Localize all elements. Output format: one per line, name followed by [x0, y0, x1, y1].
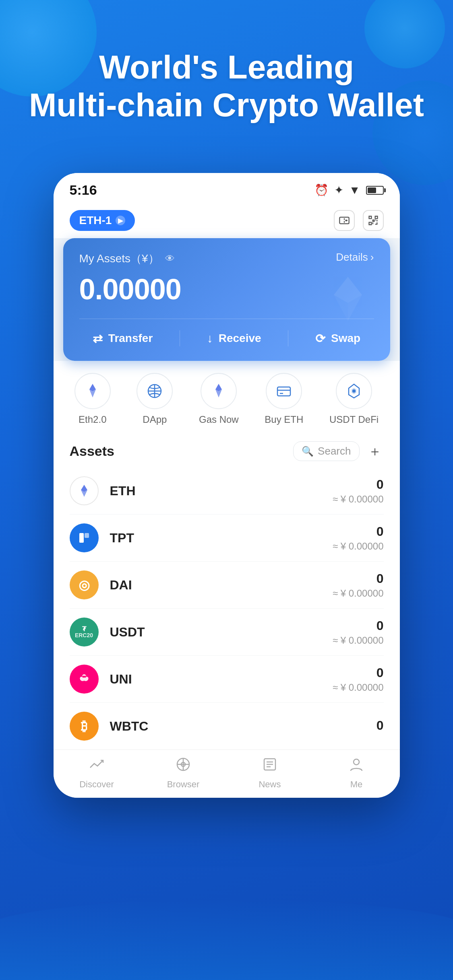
news-icon: [262, 756, 278, 776]
hero-title-line1: World's Leading: [24, 48, 429, 86]
usdt-defi-label: USDT DeFi: [329, 414, 379, 425]
eth-watermark-diamond: [322, 273, 374, 327]
usdt-defi-icon-circle: [336, 373, 372, 409]
details-link[interactable]: Details ›: [336, 251, 374, 264]
asset-row-wbtc[interactable]: ₿ WBTC 0: [70, 703, 384, 749]
tpt-fiat: ≈ ¥ 0.00000: [333, 541, 384, 552]
receive-button[interactable]: ↓ Receive: [207, 331, 261, 345]
asset-row-uni[interactable]: UNI 0 ≈ ¥ 0.00000: [70, 656, 384, 703]
search-placeholder: Search: [318, 445, 351, 457]
eth2-label: Eth2.0: [79, 414, 106, 425]
news-label: News: [259, 779, 281, 790]
quick-action-buyeth[interactable]: Buy ETH: [265, 373, 303, 425]
details-arrow-icon: ›: [370, 251, 374, 264]
svg-point-1: [345, 220, 346, 221]
status-time: 5:16: [70, 182, 97, 198]
asset-label-text: My Assets（¥）: [79, 251, 159, 266]
asset-row-usdt[interactable]: ₮ ERC20 USDT 0 ≈ ¥ 0.00000: [70, 609, 384, 656]
usdt-name: USDT: [110, 625, 333, 640]
tpt-values: 0 ≈ ¥ 0.00000: [333, 524, 384, 552]
swap-label: Swap: [331, 332, 360, 345]
wbtc-name: WBTC: [110, 719, 376, 734]
scan-button[interactable]: [363, 210, 384, 231]
browser-label: Browser: [167, 779, 200, 790]
assets-header: Assets 🔍 Search ＋: [70, 441, 384, 461]
gas-label: Gas Now: [199, 414, 239, 425]
quick-action-eth2[interactable]: Eth2.0: [74, 373, 111, 425]
transfer-button[interactable]: ⇄ Transfer: [93, 331, 153, 346]
eth-name: ETH: [110, 484, 333, 498]
action-divider-1: [180, 330, 180, 346]
assets-section: Assets 🔍 Search ＋ ETH 0 ≈ ¥ 0: [54, 433, 400, 749]
wbtc-amount: 0: [376, 718, 384, 733]
uni-values: 0 ≈ ¥ 0.00000: [333, 665, 384, 693]
eth-amount: 0: [333, 477, 384, 492]
network-badge-label: ETH-1: [79, 214, 112, 227]
transfer-icon: ⇄: [93, 331, 103, 346]
assets-search-bar[interactable]: 🔍 Search: [293, 441, 359, 461]
assets-title: Assets: [70, 443, 115, 459]
battery-icon: [366, 186, 384, 195]
tpt-amount: 0: [333, 524, 384, 539]
quick-action-usdt-defi[interactable]: USDT DeFi: [329, 373, 379, 425]
discover-label: Discover: [79, 779, 114, 790]
receive-icon: ↓: [207, 331, 213, 345]
transfer-label: Transfer: [108, 332, 153, 345]
asset-row-dai[interactable]: ◎ DAI 0 ≈ ¥ 0.00000: [70, 562, 384, 609]
quick-action-dapp[interactable]: DApp: [137, 373, 173, 425]
status-bar: 5:16 ⏰ ✦ ▼: [54, 173, 400, 205]
search-icon: 🔍: [302, 446, 314, 457]
dai-coin-icon: ◎: [70, 570, 99, 599]
uni-name: UNI: [110, 672, 333, 687]
asset-row-eth[interactable]: ETH 0 ≈ ¥ 0.00000: [70, 467, 384, 515]
nav-me[interactable]: Me: [332, 756, 381, 790]
me-icon: [348, 756, 364, 776]
add-wallet-button[interactable]: [334, 210, 355, 231]
usdt-fiat: ≈ ¥ 0.00000: [333, 635, 384, 646]
eth-fiat: ≈ ¥ 0.00000: [333, 494, 384, 505]
quick-action-gas[interactable]: Gas Now: [199, 373, 239, 425]
uni-fiat: ≈ ¥ 0.00000: [333, 682, 384, 693]
bottom-nav: Discover Browser: [54, 749, 400, 798]
dai-fiat: ≈ ¥ 0.00000: [333, 588, 384, 599]
tpt-name: TPT: [110, 531, 333, 546]
eth-coin-icon: [70, 476, 99, 505]
svg-rect-15: [277, 387, 290, 396]
eth-values: 0 ≈ ¥ 0.00000: [333, 477, 384, 505]
svg-rect-24: [79, 533, 84, 543]
buyeth-label: Buy ETH: [265, 414, 303, 425]
dai-values: 0 ≈ ¥ 0.00000: [333, 571, 384, 599]
asset-row-tpt[interactable]: TPT 0 ≈ ¥ 0.00000: [70, 515, 384, 562]
nav-discover[interactable]: Discover: [72, 756, 121, 790]
network-badge[interactable]: ETH-1 ▶: [70, 210, 135, 231]
svg-rect-25: [85, 533, 89, 538]
wbtc-coin-icon: ₿: [70, 712, 99, 741]
wbtc-values: 0: [376, 718, 384, 735]
battery-fill: [368, 187, 376, 193]
status-icons: ⏰ ✦ ▼: [314, 183, 384, 197]
eye-icon[interactable]: 👁: [165, 253, 175, 264]
hero-text: World's Leading Multi-chain Crypto Walle…: [0, 48, 453, 124]
bluetooth-icon: ✦: [334, 183, 343, 197]
nav-browser[interactable]: Browser: [159, 756, 207, 790]
details-text: Details: [336, 251, 368, 264]
svg-point-20: [352, 389, 356, 393]
action-divider-2: [288, 330, 288, 346]
network-badge-arrow: ▶: [116, 216, 125, 225]
me-label: Me: [350, 779, 363, 790]
swap-button[interactable]: ⟳ Swap: [315, 331, 360, 346]
uni-coin-icon: [70, 665, 99, 694]
phone-mockup: 5:16 ⏰ ✦ ▼ ETH-1 ▶: [54, 173, 400, 798]
browser-icon: [175, 756, 191, 776]
add-asset-button[interactable]: ＋: [366, 443, 384, 460]
dapp-label: DApp: [143, 414, 167, 425]
wifi-icon: ▼: [349, 184, 360, 197]
asset-label: My Assets（¥） 👁: [79, 251, 374, 266]
buyeth-icon-circle: [266, 373, 302, 409]
tpt-coin-icon: [70, 523, 99, 552]
dai-amount: 0: [333, 571, 384, 586]
usdt-values: 0 ≈ ¥ 0.00000: [333, 618, 384, 646]
wallet-actions-right: [334, 210, 384, 231]
nav-news[interactable]: News: [246, 756, 294, 790]
usdt-amount: 0: [333, 618, 384, 633]
